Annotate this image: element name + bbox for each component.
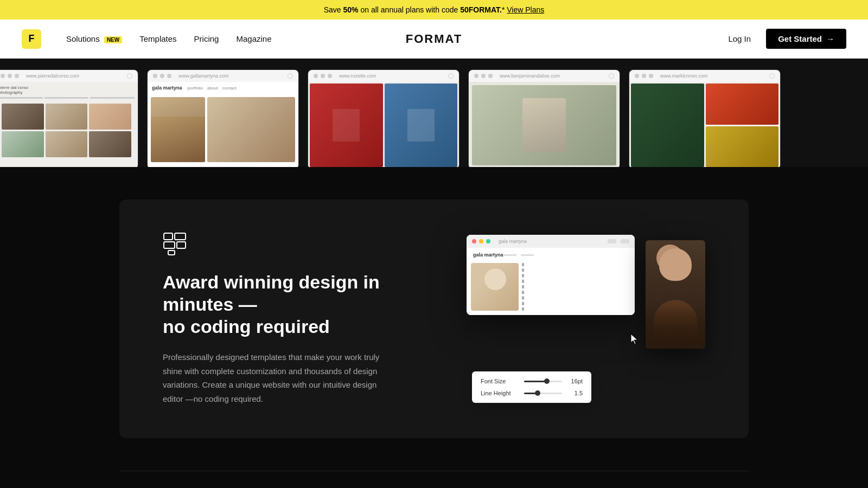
logo-icon[interactable]: F xyxy=(22,29,41,49)
svg-rect-3 xyxy=(177,242,186,248)
feature-title: Award winning design in minutes — no cod… xyxy=(163,271,380,337)
font-size-label: Font Size xyxy=(481,378,519,384)
selection-box xyxy=(522,263,524,311)
font-size-value: 16pt xyxy=(567,378,583,384)
browser-url: gala martyna xyxy=(499,239,527,244)
line-height-slider[interactable] xyxy=(524,393,562,394)
header-right: Log In Get Started → xyxy=(719,29,846,49)
font-size-slider[interactable] xyxy=(524,381,562,382)
card-url-2: www.gallamartyna.com xyxy=(178,73,229,79)
get-started-button[interactable]: Get Started → xyxy=(766,29,846,49)
line-height-label: Line Height xyxy=(481,390,519,396)
browser-content: gala martyna xyxy=(467,248,635,315)
feature-visual: gala martyna gala martyna xyxy=(467,235,705,403)
svg-rect-1 xyxy=(175,233,186,240)
settings-panel: Font Size 16pt Line Height xyxy=(472,371,591,403)
brand-name: FORMAT xyxy=(406,32,462,46)
card-url-4: www.benjaminandalise.com xyxy=(500,73,560,79)
template-card-1[interactable]: www.pierredalcorso.com pierre dal corsop… xyxy=(0,69,138,167)
line-height-setting: Line Height 1.5 xyxy=(481,390,583,396)
card-content-4 xyxy=(469,82,620,167)
card-nav-name-2: gala martyna xyxy=(152,85,182,91)
template-site-name: gala martyna xyxy=(473,252,503,258)
baby-photo xyxy=(471,263,519,311)
line-height-value: 1.5 xyxy=(567,390,583,396)
login-button[interactable]: Log In xyxy=(719,30,760,48)
nav-solutions[interactable]: Solutions NEW xyxy=(59,30,130,48)
card-site-name-1: pierre dal corsophotography xyxy=(0,85,135,95)
card-content-1: pierre dal corsophotography xyxy=(0,82,138,167)
nav-magazine[interactable]: Magazine xyxy=(228,30,279,48)
arrow-icon: → xyxy=(826,34,834,43)
template-card-4[interactable]: www.benjaminandalise.com xyxy=(468,69,620,167)
svg-rect-2 xyxy=(164,242,175,248)
main-nav: Solutions NEW Templates Pricing Magazine xyxy=(59,30,279,48)
svg-rect-0 xyxy=(164,233,173,240)
feature-description: Professionally designed templates that m… xyxy=(163,350,380,406)
template-card-5[interactable]: www.marklcnnon.com xyxy=(629,69,781,167)
header-left: F Solutions NEW Templates Pricing Magazi… xyxy=(22,29,279,49)
card-content-3 xyxy=(308,82,459,167)
template-carousel: www.pierredalcorso.com pierre dal corsop… xyxy=(0,59,868,167)
promo-banner: Save 50% on all annual plans with code 5… xyxy=(0,0,868,20)
template-card-3[interactable]: www.rozette.com xyxy=(308,69,459,167)
svg-rect-4 xyxy=(168,251,175,255)
view-plans-link[interactable]: View Plans xyxy=(507,5,544,14)
card-url-3: www.rozette.com xyxy=(339,73,376,79)
feature-block: Award winning design in minutes — no cod… xyxy=(119,200,749,438)
feature-text: Award winning design in minutes — no cod… xyxy=(163,232,380,406)
banner-text: Save 50% on all annual plans with code 5… xyxy=(324,5,545,14)
carousel-track: www.pierredalcorso.com pierre dal corsop… xyxy=(0,69,868,167)
browser-bar: gala martyna xyxy=(467,235,635,248)
card-url-5: www.marklcnnon.com xyxy=(660,73,708,79)
font-size-setting: Font Size 16pt xyxy=(481,378,583,384)
card-content-5 xyxy=(629,82,780,167)
nav-templates[interactable]: Templates xyxy=(132,30,184,48)
feature-section: Award winning design in minutes — no cod… xyxy=(0,167,868,488)
design-icon xyxy=(163,232,187,256)
template-card-2[interactable]: www.gallamartyna.com gala martyna portfo… xyxy=(147,69,299,167)
card-content-2: gala martyna portfolioaboutcontact xyxy=(148,82,298,167)
portrait-overlay xyxy=(646,240,705,349)
nav-badge-new: NEW xyxy=(104,36,122,43)
site-header: F Solutions NEW Templates Pricing Magazi… xyxy=(0,20,868,59)
nav-pricing[interactable]: Pricing xyxy=(187,30,227,48)
section-divider xyxy=(119,471,749,471)
cursor-icon xyxy=(630,333,640,343)
browser-mockup: gala martyna gala martyna xyxy=(467,235,635,315)
card-url-1: www.pierredalcorso.com xyxy=(26,73,79,79)
